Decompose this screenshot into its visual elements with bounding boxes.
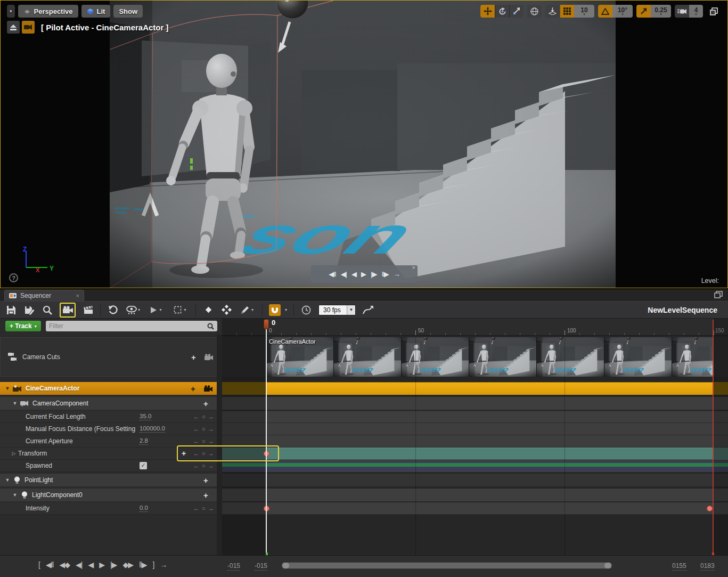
track-row-point-light[interactable]: ▼ PointLight + (0, 474, 222, 486)
chevron-down-icon[interactable]: ▾ (285, 307, 287, 312)
next-key-button[interactable]: ‖▶ (381, 270, 388, 278)
next-key-button[interactable]: → (208, 426, 214, 432)
curve-editor-button[interactable] (362, 304, 374, 316)
scale-tool-button[interactable] (509, 5, 523, 18)
camera-cuts-clip[interactable] (266, 337, 714, 377)
expander-icon[interactable]: ▼ (4, 386, 11, 391)
next-key-button[interactable]: → (208, 462, 214, 469)
outliner-scrollbar[interactable] (217, 335, 222, 555)
add-track-item-button[interactable]: + (203, 476, 208, 485)
prev-key-button[interactable]: ← (193, 426, 199, 432)
prev-key-button[interactable]: ← (193, 505, 199, 511)
expander-icon[interactable]: ▼ (4, 477, 11, 483)
fps-select[interactable]: 30 fps ▼ (318, 305, 356, 315)
rotate-tool-button[interactable] (495, 5, 509, 18)
next-key-button[interactable]: → (208, 413, 214, 420)
track-row-intensity[interactable]: Intensity 0.0 ←○→ (0, 502, 222, 515)
camera-speed-button[interactable] (675, 5, 689, 18)
play-button[interactable]: ▶ (99, 560, 104, 569)
timeline-ruler[interactable]: 0 50 100 150 (222, 319, 728, 336)
pilot-camera-button[interactable] (22, 21, 35, 34)
track-row-cine-camera-actor[interactable]: ▼ CineCameraActor + (0, 382, 222, 395)
view-options-button[interactable]: ▾ (125, 304, 141, 316)
show-button[interactable]: Show (113, 5, 143, 18)
world-coordinate-button[interactable] (527, 5, 542, 18)
cine-camera-section-lane[interactable] (222, 382, 728, 395)
spawned-checkbox[interactable]: ✓ (140, 462, 147, 469)
intensity-value[interactable]: 0.0 (140, 505, 148, 512)
camera-speed-value[interactable]: 4 ▾ (689, 5, 703, 18)
track-row-aperture[interactable]: Current Aperture 2.8 ←○→ (0, 435, 222, 448)
previous-frame-button[interactable]: ◀| (76, 560, 82, 569)
set-end-button[interactable]: ] (152, 560, 154, 569)
lock-camera-icon[interactable] (203, 385, 213, 392)
add-track-button[interactable]: + Track ▾ (5, 321, 41, 331)
track-row-transform[interactable]: ▷ Transform + ←○→ (0, 448, 222, 460)
add-camera-cut-button[interactable]: + (191, 353, 196, 362)
focus-distance-value[interactable]: 100000.0 (140, 425, 165, 433)
track-row-spawned[interactable]: Spawned ✓ ←○→ (0, 460, 222, 472)
grid-snap-value[interactable]: 10 ▾ (574, 5, 594, 18)
save-as-button[interactable] (23, 304, 35, 316)
scale-snap-value[interactable]: 0.25 ▾ (651, 5, 671, 18)
play-reverse-button[interactable]: ◀ (88, 560, 93, 569)
viewport-3d-scene[interactable] (110, 1, 616, 288)
aperture-lane[interactable] (222, 435, 728, 448)
rotation-snap-button[interactable] (598, 5, 612, 18)
rotation-snap-value[interactable]: 10° ▾ (612, 5, 633, 18)
lit-button[interactable]: Lit (81, 5, 111, 18)
add-property-button[interactable]: + (203, 491, 208, 500)
loop-mode-button[interactable]: → (394, 270, 400, 278)
scrollbar-handle[interactable] (282, 563, 611, 568)
prev-key-button[interactable]: ← (193, 462, 199, 469)
set-start-button[interactable]: [ (38, 560, 40, 569)
intensity-lane[interactable] (222, 502, 728, 515)
track-row-light-component[interactable]: ▼ LightComponent0 + (0, 489, 222, 501)
viewport-options-button[interactable]: ▾ (7, 5, 15, 18)
lock-camera-icon[interactable] (204, 354, 214, 361)
snap-button[interactable] (269, 304, 281, 316)
focus-distance-lane[interactable] (222, 423, 728, 435)
previous-frame-button[interactable]: ◀| (341, 270, 347, 278)
add-key-button[interactable]: ○ (202, 426, 206, 432)
next-key-button[interactable]: → (208, 450, 214, 457)
track-row-camera-component[interactable]: ▼ CameraComponent + (0, 397, 222, 410)
auto-key-button[interactable] (220, 304, 232, 316)
play-button[interactable]: ▶ (361, 270, 366, 278)
filter-box[interactable] (46, 321, 217, 331)
playhead-handle[interactable] (264, 319, 269, 329)
view-range-end[interactable]: 0155 (672, 562, 686, 571)
track-row-camera-cuts[interactable]: Camera Cuts + (0, 337, 222, 377)
eject-pilot-button[interactable] (7, 21, 20, 34)
expander-icon[interactable]: ▼ (12, 401, 18, 406)
play-reverse-button[interactable]: ◀ (351, 270, 356, 278)
create-camera-button[interactable] (62, 304, 73, 316)
render-movie-button[interactable] (82, 304, 94, 316)
help-button[interactable]: ? (9, 273, 18, 282)
sequencer-timeline[interactable]: 0 50 100 150 0 CineCameraActor (222, 319, 728, 555)
transform-lane[interactable] (222, 448, 728, 460)
time-display-button[interactable] (300, 304, 312, 316)
perspective-button[interactable]: Perspective (18, 5, 78, 18)
expander-icon[interactable]: ▼ (12, 492, 18, 498)
level-viewport[interactable]: ▾ Perspective Lit Show [ Pilot Active - … (0, 0, 728, 288)
undo-button[interactable] (107, 304, 119, 316)
prev-key-button[interactable]: ← (193, 438, 199, 444)
grid-snap-button[interactable] (560, 5, 574, 18)
window-layout-icon[interactable] (714, 291, 723, 298)
track-row-focal-length[interactable]: Current Focal Length 35.0 ←○→ (0, 411, 222, 423)
add-section-button[interactable]: + (191, 384, 195, 393)
scrollbar-right-cap[interactable] (604, 563, 611, 568)
edit-options-button[interactable]: ▾ (239, 304, 256, 316)
add-key-button[interactable]: ○ (202, 438, 206, 444)
add-key-button[interactable]: ○ (202, 505, 206, 511)
select-edit-options-button[interactable]: ▾ (171, 304, 189, 316)
maximize-viewport-button[interactable] (707, 5, 721, 18)
playback-end-marker[interactable] (713, 320, 714, 555)
prev-key-button[interactable]: ← (193, 450, 199, 457)
keyframe-dot[interactable] (707, 506, 713, 511)
find-in-content-browser-button[interactable] (42, 304, 53, 316)
jump-to-start-button[interactable]: ◀‖ (46, 560, 54, 569)
playhead-line[interactable] (266, 321, 267, 555)
move-tool-button[interactable] (480, 5, 495, 18)
